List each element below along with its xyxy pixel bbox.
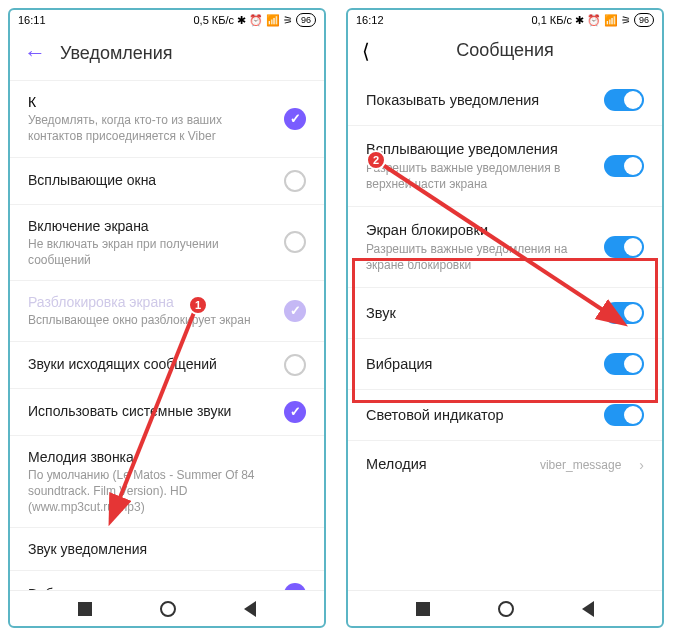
setting-row-melody[interactable]: Мелодия viber_message ›	[348, 440, 662, 488]
settings-list: К Уведомлять, когда кто-то из ваших конт…	[10, 80, 324, 590]
android-nav-bar	[348, 590, 662, 626]
setting-title: Световой индикатор	[366, 406, 592, 425]
radio-checked-icon[interactable]	[284, 108, 306, 130]
setting-title: Звук уведомления	[28, 540, 306, 558]
toggle-on-icon[interactable]	[604, 155, 644, 177]
nav-home-icon[interactable]	[498, 601, 514, 617]
setting-sub: Не включать экран при получении сообщени…	[28, 236, 272, 268]
annotation-marker-2: 2	[366, 150, 386, 170]
setting-row-lockscreen[interactable]: Экран блокировки Разрешить важные уведом…	[348, 206, 662, 287]
back-arrow-icon[interactable]: ⟨	[362, 39, 370, 63]
back-arrow-icon[interactable]: ←	[24, 40, 46, 66]
setting-sub: Разрешить важные уведомления на экране б…	[366, 241, 592, 273]
setting-row-sound[interactable]: Звук	[348, 287, 662, 338]
nav-back-icon[interactable]	[582, 601, 594, 617]
radio-unchecked-icon[interactable]	[284, 231, 306, 253]
setting-row-notification-sound[interactable]: Звук уведомления	[10, 527, 324, 570]
toggle-on-icon[interactable]	[604, 404, 644, 426]
phone-left: 16:11 0,5 КБ/с ✱ ⏰ 📶 ⚞ 96 ← Уведомления …	[8, 8, 326, 628]
setting-row-ringtone[interactable]: Мелодия звонка По умолчанию (Le Matos - …	[10, 435, 324, 528]
chevron-right-icon: ›	[639, 457, 644, 473]
setting-title: Всплывающие уведомления	[366, 140, 592, 159]
android-nav-bar	[10, 590, 324, 626]
status-bar: 16:12 0,1 КБ/с ✱ ⏰ 📶 ⚞ 96	[348, 10, 662, 30]
toggle-on-icon[interactable]	[604, 89, 644, 111]
signal-icon: 📶	[266, 14, 280, 27]
setting-title: Показывать уведомления	[366, 91, 592, 110]
settings-list: Показывать уведомления Всплывающие уведо…	[348, 75, 662, 590]
toggle-on-icon[interactable]	[604, 353, 644, 375]
status-time: 16:11	[18, 14, 46, 26]
setting-row-system-sounds[interactable]: Использовать системные звуки	[10, 388, 324, 435]
alarm-icon: ⏰	[249, 14, 263, 27]
setting-title: Мелодия звонка	[28, 448, 306, 466]
status-net: 0,1 КБ/с	[531, 14, 572, 26]
status-right: 0,5 КБ/с ✱ ⏰ 📶 ⚞ 96	[193, 13, 316, 27]
signal-icon: 📶	[604, 14, 618, 27]
setting-row-outgoing-sounds[interactable]: Звуки исходящих сообщений	[10, 341, 324, 388]
wifi-icon: ⚞	[621, 14, 631, 27]
page-title: Уведомления	[60, 43, 173, 64]
setting-row-led[interactable]: Световой индикатор	[348, 389, 662, 440]
setting-title: Включение экрана	[28, 217, 272, 235]
radio-checked-icon[interactable]	[284, 401, 306, 423]
status-bar: 16:11 0,5 КБ/с ✱ ⏰ 📶 ⚞ 96	[10, 10, 324, 30]
radio-unchecked-icon[interactable]	[284, 170, 306, 192]
setting-title: Всплывающие окна	[28, 171, 272, 189]
setting-title: Экран блокировки	[366, 221, 592, 240]
page-title: Сообщения	[456, 40, 554, 61]
status-time: 16:12	[356, 14, 384, 26]
setting-row-popup[interactable]: Всплывающие окна	[10, 157, 324, 204]
setting-row-vibrate[interactable]: Вибрация при звонке	[10, 570, 324, 590]
setting-sub: По умолчанию (Le Matos - Summer Of 84 so…	[28, 467, 306, 516]
alarm-icon: ⏰	[587, 14, 601, 27]
radio-checked-faded-icon	[284, 300, 306, 322]
setting-title: Разблокировка экрана	[28, 293, 272, 311]
setting-title: Вибрация	[366, 355, 592, 374]
nav-recents-icon[interactable]	[78, 602, 92, 616]
annotation-marker-1: 1	[188, 295, 208, 315]
status-net: 0,5 КБ/с	[193, 14, 234, 26]
setting-row-contact-joined[interactable]: К Уведомлять, когда кто-то из ваших конт…	[10, 80, 324, 157]
setting-title: Звук	[366, 304, 592, 323]
bluetooth-icon: ✱	[575, 14, 584, 27]
radio-unchecked-icon[interactable]	[284, 354, 306, 376]
nav-home-icon[interactable]	[160, 601, 176, 617]
toggle-on-icon[interactable]	[604, 236, 644, 258]
setting-row-vibration[interactable]: Вибрация	[348, 338, 662, 389]
toggle-on-icon[interactable]	[604, 302, 644, 324]
status-right: 0,1 КБ/с ✱ ⏰ 📶 ⚞ 96	[531, 13, 654, 27]
setting-title: Звуки исходящих сообщений	[28, 355, 272, 373]
nav-back-icon[interactable]	[244, 601, 256, 617]
setting-sub: Всплывающее окно разблокирует экран	[28, 312, 272, 328]
setting-sub: Разрешить важные уведомления в верхней ч…	[366, 160, 592, 192]
setting-row-floating[interactable]: Всплывающие уведомления Разрешить важные…	[348, 125, 662, 206]
battery-level: 96	[634, 13, 654, 27]
setting-row-unlock: Разблокировка экрана Всплывающее окно ра…	[10, 280, 324, 340]
setting-sub: Уведомлять, когда кто-то из ваших контак…	[28, 112, 272, 144]
bluetooth-icon: ✱	[237, 14, 246, 27]
header: ⟨ Сообщения	[348, 30, 662, 75]
phone-right: 16:12 0,1 КБ/с ✱ ⏰ 📶 ⚞ 96 ⟨ Сообщения По…	[346, 8, 664, 628]
battery-level: 96	[296, 13, 316, 27]
setting-row-show-notifications[interactable]: Показывать уведомления	[348, 75, 662, 125]
setting-row-screen-on[interactable]: Включение экрана Не включать экран при п…	[10, 204, 324, 281]
setting-title: Мелодия	[366, 455, 528, 474]
header: ← Уведомления	[10, 30, 324, 80]
nav-recents-icon[interactable]	[416, 602, 430, 616]
setting-title: Использовать системные звуки	[28, 402, 272, 420]
setting-value: viber_message	[540, 458, 621, 472]
wifi-icon: ⚞	[283, 14, 293, 27]
